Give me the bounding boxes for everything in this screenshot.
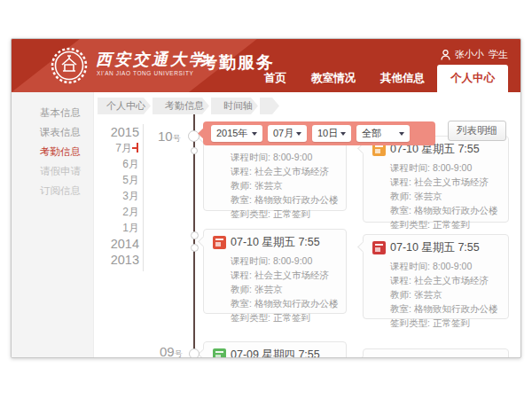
day-marker-10: 10号 (158, 129, 181, 145)
user-role: 学生 (489, 48, 508, 61)
list-detail-button[interactable]: 列表明细 (448, 121, 506, 141)
timeline-month-7-selected[interactable]: 7月 (90, 140, 139, 156)
attendance-card[interactable]: 07-10 星期五 7:55 课程时间:8:00-9:00 课程:社会主义市场经… (363, 234, 509, 319)
user-name: 张小小 (455, 48, 484, 61)
month-dropdown[interactable]: 07月 (268, 125, 307, 142)
sidebar-item-leave-request[interactable]: 请假申请 (12, 164, 93, 178)
current-month-cursor (132, 143, 139, 153)
timeline-node (191, 231, 199, 239)
sidebar-item-subscription[interactable]: 订阅信息 (12, 184, 93, 198)
timeline-month-6[interactable]: 6月 (90, 156, 139, 172)
app-window: 西安交通大学 XI'AN JIAO TONG UNIVERSITY 考勤服务 张… (11, 38, 521, 358)
timeline-year-2013[interactable]: 2013 (90, 252, 139, 268)
chevron-down-icon (340, 132, 346, 136)
university-name: 西安交通大学 (96, 49, 207, 70)
timeline-month-2[interactable]: 2月 (90, 204, 139, 220)
timeline-month-1[interactable]: 1月 (90, 220, 139, 236)
timeline-node (189, 348, 200, 358)
nav-item-personal-center[interactable]: 个人中心 (437, 65, 508, 92)
sidebar-item-timetable[interactable]: 课表信息 (12, 125, 93, 139)
app-header: 西安交通大学 XI'AN JIAO TONG UNIVERSITY 考勤服务 张… (12, 39, 520, 92)
nav-item-other-info[interactable]: 其他信息 (368, 66, 437, 92)
breadcrumb: 个人中心 考勤信息 时间轴 (98, 98, 281, 114)
breadcrumb-attendance-info[interactable]: 考勤信息 (153, 98, 209, 114)
sign-status-icon (213, 348, 226, 358)
chevron-down-icon (399, 132, 404, 136)
university-name-en: XI'AN JIAO TONG UNIVERSITY (97, 70, 193, 76)
breadcrumb-tail-decoration (260, 98, 279, 114)
chevron-down-icon (252, 132, 257, 136)
sign-status-icon (372, 241, 386, 254)
sidebar: 基本信息 课表信息 考勤信息 请假申请 订阅信息 (12, 92, 94, 357)
breadcrumb-personal-center[interactable]: 个人中心 (98, 98, 151, 114)
timeline-month-3[interactable]: 3月 (90, 188, 139, 204)
sign-status-icon (213, 236, 226, 249)
timeline-year-2015[interactable]: 2015 (90, 124, 139, 140)
year-month-list: 2015 7月 6月 5月 3月 2月 1月 2014 2013 (90, 124, 139, 268)
chevron-down-icon (296, 132, 301, 136)
attendance-card[interactable]: 07-10 星期五 7:55 课程时间:8:00-9:00 课程:社会主义市场经… (203, 229, 347, 314)
timeline-month-5[interactable]: 5月 (90, 172, 139, 188)
nav-item-classrooms[interactable]: 教室情况 (299, 66, 368, 92)
day-dropdown[interactable]: 10日 (312, 125, 351, 142)
attendance-card[interactable]: 07-09 星期四 7:55 课程时间:8:00-9:00 课程:社会主义市场经… (203, 341, 347, 358)
person-icon (441, 50, 450, 60)
day-marker-09: 09号 (160, 344, 183, 358)
timeline-node (191, 147, 198, 154)
university-logo-icon (51, 47, 88, 84)
year-dropdown[interactable]: 2015年 (211, 125, 262, 142)
date-filter-bar: 2015年 07月 10日 全部 (203, 121, 435, 145)
user-info[interactable]: 张小小 学生 (441, 48, 508, 61)
attendance-card-partial[interactable] (363, 348, 509, 358)
mini-timeline-divider (143, 124, 144, 271)
sidebar-item-attendance[interactable]: 考勤信息 (12, 145, 93, 159)
timeline-node (191, 244, 199, 252)
type-dropdown[interactable]: 全部 (356, 125, 410, 142)
main-nav: 首页 教室情况 其他信息 个人中心 (252, 65, 508, 92)
attendance-card[interactable]: 07-10 星期五 7:55 课程时间:8:00-9:00 课程:社会主义市场经… (363, 136, 509, 223)
sidebar-item-basic-info[interactable]: 基本信息 (12, 106, 93, 120)
breadcrumb-timeline[interactable]: 时间轴 (211, 98, 258, 114)
timeline-year-2014[interactable]: 2014 (90, 236, 139, 252)
nav-item-home[interactable]: 首页 (252, 66, 299, 92)
